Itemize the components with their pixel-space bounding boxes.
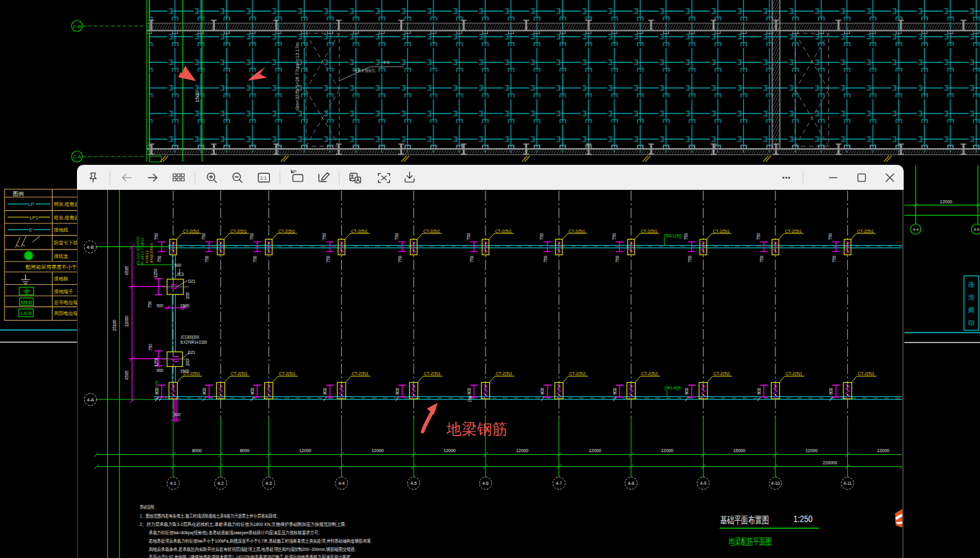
svg-text:4-1: 4-1 — [170, 481, 176, 486]
svg-text:1500: 1500 — [194, 91, 200, 103]
svg-text:1600: 1600 — [180, 303, 190, 308]
svg-text:4-7: 4-7 — [556, 481, 562, 486]
svg-text:750: 750 — [148, 301, 152, 308]
svg-text:[9KL1(9)]: [9KL1(9)] — [664, 233, 681, 239]
svg-text:750: 750 — [249, 233, 254, 240]
svg-text:4-3: 4-3 — [266, 481, 272, 486]
svg-text:G4Φ12: G4Φ12 — [145, 250, 149, 263]
svg-text:750: 750 — [832, 255, 836, 262]
svg-text:印: 印 — [968, 319, 975, 326]
svg-text:500: 500 — [174, 263, 182, 267]
svg-text:C-A: C-A — [73, 154, 81, 160]
svg-text:Gm=32/5t/S=26.77quH=13.17m: Gm=32/5t/S=26.77quH=13.17m — [294, 42, 300, 110]
svg-text:750: 750 — [205, 255, 209, 262]
svg-text:800: 800 — [612, 387, 617, 394]
svg-text:Φ8@200(2): Φ8@200(2) — [149, 242, 153, 263]
svg-text:电量参预留孔: 电量参预留孔 — [354, 68, 375, 73]
svg-text:1、图纸范围内若有杂填土,施工时须清除腐殖土及B类力污泥质土: 1、图纸范围内若有杂填土,施工时须清除腐殖土及B类力污泥质土并分层夯实回填。 — [140, 513, 280, 519]
svg-text:12000: 12000 — [806, 448, 818, 453]
svg-text:接地线: 接地线 — [54, 227, 69, 233]
svg-text:LP: LP — [28, 201, 34, 207]
svg-text:800: 800 — [467, 387, 471, 394]
svg-text:750: 750 — [612, 233, 616, 240]
svg-text:750: 750 — [759, 255, 764, 262]
svg-text:4-B: 4-B — [87, 244, 94, 250]
svg-text:12000: 12000 — [516, 448, 528, 453]
svg-text:1:250: 1:250 — [793, 514, 813, 524]
svg-text:750: 750 — [543, 255, 548, 262]
svg-text:接线盒: 接线盒 — [54, 253, 69, 259]
svg-text:图例: 图例 — [13, 190, 24, 197]
svg-text:基础说明.: 基础说明. — [140, 504, 155, 510]
svg-text:750: 750 — [201, 233, 206, 240]
svg-text:6595: 6595 — [125, 266, 130, 275]
svg-text:基础平面布置图: 基础平面布置图 — [720, 514, 769, 525]
svg-text:12000: 12000 — [877, 448, 890, 453]
svg-text:4-4: 4-4 — [913, 228, 918, 232]
svg-text:B:3Φ16 T:3Φ16: B:3Φ16 T:3Φ16 — [140, 237, 144, 264]
svg-text:12000: 12000 — [125, 316, 130, 327]
svg-text:LEB: LEB — [21, 310, 32, 316]
svg-text:12000: 12000 — [661, 448, 673, 453]
svg-text:750: 750 — [148, 344, 153, 351]
svg-text:800: 800 — [250, 387, 255, 394]
svg-text:6595: 6595 — [125, 370, 130, 380]
svg-text:800: 800 — [395, 387, 400, 394]
svg-text:4-11: 4-11 — [843, 481, 852, 486]
svg-text:4-5: 4-5 — [974, 228, 979, 232]
svg-text:不应小于0.97,并按照《建筑地基处理技术规范》(JGJ79: 不应小于0.97,并按照《建筑地基处理技术规范》(JGJ79)相关要求进行施工,… — [149, 554, 351, 558]
svg-text:12000: 12000 — [589, 448, 601, 453]
svg-text:12000: 12000 — [371, 448, 384, 453]
svg-text:1:1: 1:1 — [260, 175, 267, 181]
svg-text:2、持力层承载力取3-2层风化岩残积土,单桩承载力特征值为1: 2、持力层承载力取3-2层风化岩残积土,单桩承载力特征值为1800 KN,文物保… — [140, 521, 346, 527]
svg-text:连: 连 — [968, 281, 975, 288]
svg-text:4-6: 4-6 — [482, 481, 489, 486]
svg-text:800: 800 — [323, 387, 327, 394]
svg-text:12000: 12000 — [940, 199, 952, 204]
svg-text:25100: 25100 — [112, 319, 117, 331]
svg-text:4-4: 4-4 — [339, 481, 345, 486]
svg-text:4-A: 4-A — [87, 397, 94, 403]
svg-text:12000: 12000 — [444, 448, 456, 453]
svg-text:15000: 15000 — [733, 448, 745, 453]
svg-text:900: 900 — [156, 368, 164, 373]
svg-text:750: 750 — [688, 255, 692, 262]
svg-text:12000: 12000 — [299, 448, 311, 453]
svg-text:1250: 1250 — [153, 268, 158, 278]
svg-text:浩: 浩 — [968, 294, 975, 301]
svg-text:C-B: C-B — [73, 24, 81, 30]
svg-text:750: 750 — [539, 233, 544, 240]
svg-text:地梁钢筋: 地梁钢筋 — [446, 421, 508, 437]
svg-text:750: 750 — [466, 233, 471, 240]
svg-text:750: 750 — [684, 233, 688, 240]
svg-text:参条: 参条 — [383, 60, 391, 64]
svg-text:承载力特征值fak=80kpa(经验值),各基础底板须зав: 承载力特征值fak=80kpa(经验值),各基础底板须заверен基础设计均应… — [149, 530, 319, 536]
svg-text:DL1(2) 300x500: DL1(2) 300x500 — [136, 236, 140, 264]
svg-text:D21: D21 — [188, 279, 196, 283]
svg-text:750: 750 — [322, 233, 326, 240]
svg-text:1250: 1250 — [155, 357, 159, 367]
svg-text:750: 750 — [394, 233, 399, 240]
svg-text:800: 800 — [540, 387, 545, 394]
svg-text:4-10: 4-10 — [771, 481, 780, 486]
svg-text:4-9: 4-9 — [700, 481, 707, 486]
svg-text:1600: 1600 — [180, 369, 190, 373]
svg-text:800: 800 — [202, 387, 207, 394]
svg-text:750: 750 — [326, 255, 330, 262]
svg-text:750: 750 — [398, 255, 402, 262]
svg-text:(9KL4(9): (9KL4(9) — [664, 385, 680, 391]
svg-text:(9x1(9): (9x1(9) — [155, 380, 158, 393]
svg-text:220000: 220000 — [823, 461, 838, 465]
svg-text:若地基处理后承载力特征值fak不小于100kPa,则视深度不: 若地基处理后承载力特征值fak不小于100kPa,则视深度不小于0.7米,基础施… — [149, 538, 372, 544]
svg-text:900: 900 — [156, 303, 164, 308]
svg-text:8000: 8000 — [192, 448, 201, 453]
svg-text:师: 师 — [968, 307, 975, 314]
svg-text:200: 200 — [185, 292, 190, 299]
svg-text:750: 750 — [756, 233, 761, 240]
svg-text:800: 800 — [829, 387, 833, 394]
svg-text:750: 750 — [157, 255, 162, 262]
svg-text:地梁配筋平面图: 地梁配筋平面图 — [728, 537, 772, 546]
svg-text:LP1: LP1 — [30, 215, 38, 221]
svg-text:1(9): 1(9) — [468, 395, 472, 402]
svg-text:4-5: 4-5 — [410, 481, 417, 486]
